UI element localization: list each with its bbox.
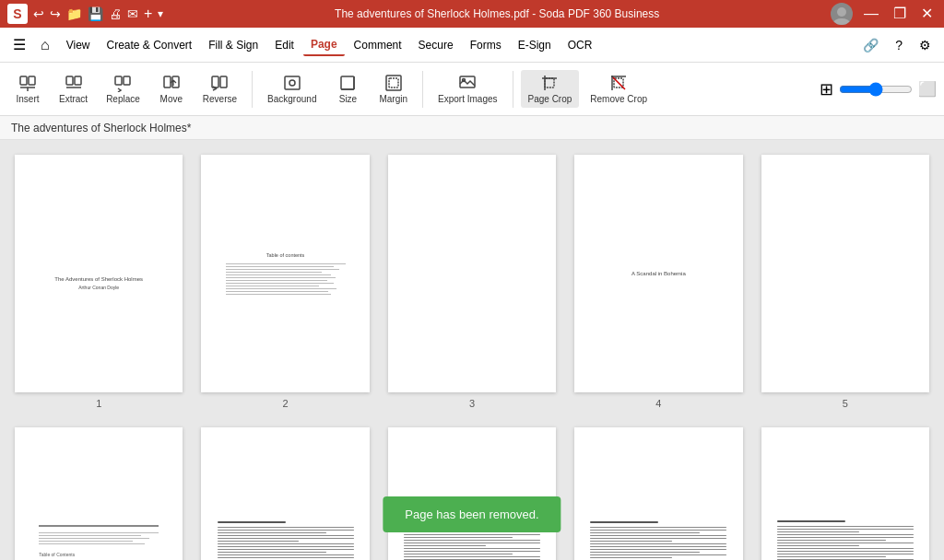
menu-forms[interactable]: Forms <box>463 35 509 55</box>
svg-rect-2 <box>20 76 27 85</box>
tool-insert[interactable]: Insert <box>7 70 48 108</box>
menu-page[interactable]: Page <box>303 34 345 56</box>
tool-size-label: Size <box>339 94 357 104</box>
hamburger-menu[interactable]: ☰ <box>7 32 31 57</box>
separator-1 <box>252 71 253 108</box>
page-number-5: 5 <box>843 398 848 409</box>
tool-remove-crop[interactable]: Remove Crop <box>583 70 655 108</box>
tool-size[interactable]: Size <box>327 70 368 108</box>
tool-reverse-label: Reverse <box>203 94 237 104</box>
svg-rect-15 <box>285 76 300 89</box>
minimize-btn[interactable]: — <box>860 6 882 21</box>
page-thumb-4[interactable]: A Scandal in Bohemia 4 <box>574 155 742 409</box>
svg-point-1 <box>833 18 850 25</box>
save-icon[interactable]: 💾 <box>88 6 103 21</box>
page-thumb-10[interactable]: 10 <box>761 427 929 560</box>
svg-rect-14 <box>220 76 227 88</box>
page-img-9 <box>574 427 742 560</box>
fit-page-icon[interactable]: ⬜ <box>918 80 937 98</box>
page-number-4: 4 <box>655 398 661 409</box>
svg-rect-6 <box>66 76 73 85</box>
page-thumb-3[interactable]: 3 <box>388 155 556 409</box>
page-img-4: A Scandal in Bohemia <box>574 155 742 392</box>
doc-filename: The adventures of Sherlock Holmes* <box>11 122 191 134</box>
page-number-1: 1 <box>96 398 101 409</box>
page-img-10 <box>761 427 929 560</box>
maximize-btn[interactable]: ❐ <box>890 6 910 21</box>
page-img-8 <box>388 427 556 560</box>
tool-insert-label: Insert <box>16 94 39 104</box>
redo-icon[interactable]: ↪ <box>50 6 61 21</box>
page-thumb-5[interactable]: 5 <box>761 155 929 409</box>
tool-background[interactable]: Background <box>260 70 324 108</box>
zoom-slider[interactable] <box>839 82 913 97</box>
settings-icon[interactable]: ⚙ <box>914 36 937 54</box>
page-img-5 <box>761 155 929 392</box>
app-logo: S <box>7 4 28 24</box>
menu-esign[interactable]: E-Sign <box>511 35 559 55</box>
close-btn[interactable]: ✕ <box>917 6 937 21</box>
tool-export-images-label: Export Images <box>438 94 497 104</box>
page-number-2: 2 <box>283 398 289 409</box>
tool-replace[interactable]: Replace <box>99 70 148 108</box>
svg-point-16 <box>289 80 295 86</box>
title-bar-right: — ❐ ✕ <box>831 3 937 25</box>
page-thumb-1[interactable]: The Adventures of Sherlock HolmesArthur … <box>15 155 183 409</box>
menu-bar: ☰ ⌂ View Create & Convert Fill & Sign Ed… <box>0 28 944 63</box>
tool-export-images[interactable]: Export Images <box>431 70 504 108</box>
doc-title-text: The adventures of Sherlock Holmes.pdf - … <box>335 7 659 20</box>
add-icon[interactable]: + <box>144 6 152 22</box>
page-thumb-9[interactable]: 9 <box>574 427 742 560</box>
doc-title-bar: The adventures of Sherlock Holmes* <box>0 116 944 140</box>
home-menu[interactable]: ⌂ <box>33 33 57 57</box>
print-icon[interactable]: 🖨 <box>109 6 122 21</box>
toolbar: Insert Extract Replace Move Reverse Back… <box>0 63 944 116</box>
menu-view[interactable]: View <box>59 35 98 55</box>
tool-move[interactable]: Move <box>151 70 192 108</box>
undo-icon[interactable]: ↩ <box>33 6 44 21</box>
svg-rect-10 <box>124 76 130 85</box>
page-thumb-7[interactable]: 7 <box>201 427 369 560</box>
menu-secure[interactable]: Secure <box>411 35 461 55</box>
svg-rect-21 <box>389 78 398 88</box>
svg-rect-3 <box>29 76 35 85</box>
tool-move-label: Move <box>160 94 183 104</box>
pages-grid: The Adventures of Sherlock HolmesArthur … <box>15 155 929 560</box>
svg-rect-17 <box>341 76 354 89</box>
menu-edit[interactable]: Edit <box>267 35 301 55</box>
page-number-3: 3 <box>469 398 475 409</box>
tool-reverse[interactable]: Reverse <box>195 70 244 108</box>
separator-3 <box>513 71 513 108</box>
page-img-1: The Adventures of Sherlock HolmesArthur … <box>15 155 183 392</box>
share-icon[interactable]: 🔗 <box>857 36 884 54</box>
tool-margin[interactable]: Margin <box>372 70 415 108</box>
title-bar: S ↩ ↪ 📁 💾 🖨 ✉ + ▾ The adventures of Sher… <box>0 0 944 28</box>
menu-right: 🔗 ? ⚙ <box>857 36 937 54</box>
page-img-3 <box>388 155 556 392</box>
page-img-7 <box>201 427 369 560</box>
page-thumb-2[interactable]: Table of contents 2 <box>201 155 369 409</box>
email-icon[interactable]: ✉ <box>127 6 138 21</box>
title-bar-center: The adventures of Sherlock Holmes.pdf - … <box>163 7 831 20</box>
tool-page-crop-label: Page Crop <box>528 94 572 104</box>
open-icon[interactable]: 📁 <box>66 6 82 21</box>
tool-extract[interactable]: Extract <box>52 70 95 108</box>
page-thumb-8[interactable]: 8 <box>388 427 556 560</box>
tool-margin-label: Margin <box>379 94 407 104</box>
menu-create-convert[interactable]: Create & Convert <box>99 35 199 55</box>
page-img-2: Table of contents <box>201 155 369 392</box>
menu-fill-sign[interactable]: Fill & Sign <box>201 35 266 55</box>
svg-rect-24 <box>545 78 554 88</box>
main-content[interactable]: The Adventures of Sherlock HolmesArthur … <box>0 140 944 560</box>
page-img-6: Table of Contents <box>15 427 183 560</box>
svg-rect-7 <box>75 76 81 85</box>
menu-ocr[interactable]: OCR <box>560 35 600 55</box>
tool-page-crop[interactable]: Page Crop <box>521 70 580 108</box>
help-icon[interactable]: ? <box>890 36 908 54</box>
grid-view-icon[interactable]: ⊞ <box>820 79 833 99</box>
page-thumb-6[interactable]: Table of Contents 6 <box>15 427 183 560</box>
user-avatar[interactable] <box>831 3 853 25</box>
tool-extract-label: Extract <box>59 94 88 104</box>
separator-2 <box>422 71 423 108</box>
menu-comment[interactable]: Comment <box>347 35 409 55</box>
